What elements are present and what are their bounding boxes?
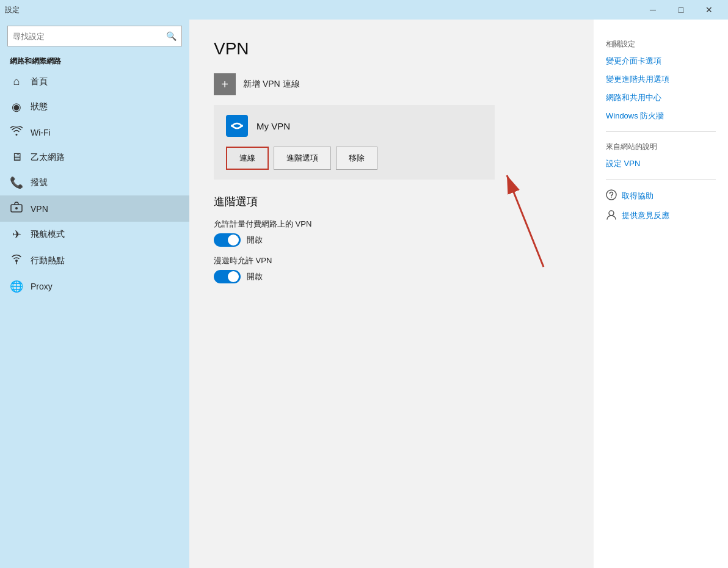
close-button[interactable]: ✕	[695, 0, 723, 20]
sidebar-label-ethernet: 乙太網路	[31, 152, 65, 163]
search-icon: 🔍	[166, 31, 177, 41]
toggle-roaming-status: 開啟	[247, 271, 263, 282]
vpn-card-buttons: 連線 進階選項 移除	[226, 147, 482, 170]
main-area: VPN + 新增 VPN 連線 My V	[189, 20, 728, 568]
svg-point-9	[609, 211, 614, 216]
sidebar-item-vpn[interactable]: VPN	[0, 195, 189, 222]
related-settings-title: 相關設定	[606, 39, 716, 49]
search-box[interactable]: 🔍	[7, 26, 182, 46]
vpn-name: My VPN	[257, 121, 290, 131]
add-vpn-row[interactable]: + 新增 VPN 連線	[214, 73, 569, 95]
sidebar-label-vpn: VPN	[31, 204, 48, 214]
sidebar-item-hotspot[interactable]: 行動熱點	[0, 247, 189, 274]
dialup-icon: 📞	[10, 176, 23, 189]
svg-point-4	[241, 125, 243, 127]
get-help-link[interactable]: 取得協助	[622, 191, 653, 202]
right-divider-2	[606, 179, 716, 180]
minimize-button[interactable]: ─	[639, 0, 667, 20]
advanced-title: 進階選項	[214, 194, 495, 209]
titlebar: 設定 ─ □ ✕	[0, 0, 728, 20]
home-icon: ⌂	[10, 75, 23, 88]
ethernet-icon: 🖥	[10, 151, 23, 164]
sidebar-item-ethernet[interactable]: 🖥 乙太網路	[0, 145, 189, 170]
link-firewall[interactable]: Windows 防火牆	[606, 111, 716, 122]
link-advanced-sharing[interactable]: 變更進階共用選項	[606, 74, 716, 85]
sidebar-item-dialup[interactable]: 📞 撥號	[0, 170, 189, 195]
sidebar-label-home: 首頁	[31, 76, 48, 87]
vpn-icon	[10, 202, 23, 216]
link-adapter-options[interactable]: 變更介面卡選項	[606, 56, 716, 67]
feedback-icon	[606, 209, 617, 222]
app-body: 🔍 網路和網際網路 ⌂ 首頁 ◉ 狀態 Wi-Fi 🖥 乙太網路	[0, 20, 728, 568]
search-input[interactable]	[13, 32, 166, 41]
airplane-icon: ✈	[10, 228, 23, 241]
link-network-center[interactable]: 網路和共用中心	[606, 92, 716, 103]
hotspot-icon	[10, 253, 23, 268]
feedback-link[interactable]: 提供意見反應	[622, 210, 669, 221]
toggle-row-metered: 允許計量付費網路上的 VPN 開啟	[214, 219, 495, 247]
toggle-roaming-wrap: 開啟	[214, 270, 495, 283]
help-title: 來自網站的說明	[606, 142, 716, 152]
add-vpn-label: 新增 VPN 連線	[243, 79, 300, 90]
wifi-icon	[10, 126, 23, 139]
sidebar-item-home[interactable]: ⌂ 首頁	[0, 69, 189, 94]
sidebar-label-wifi: Wi-Fi	[31, 128, 51, 137]
svg-point-3	[231, 125, 233, 127]
sidebar-item-wifi[interactable]: Wi-Fi	[0, 120, 189, 145]
content-area: VPN + 新增 VPN 連線 My V	[189, 20, 594, 568]
help-icon	[606, 189, 617, 203]
section-header: 網路和網際網路	[0, 51, 189, 69]
maximize-button[interactable]: □	[667, 0, 695, 20]
sidebar-item-airplane[interactable]: ✈ 飛航模式	[0, 222, 189, 247]
toggle-roaming-label: 漫遊時允許 VPN	[214, 255, 495, 266]
sidebar-label-airplane: 飛航模式	[31, 229, 65, 240]
advanced-button[interactable]: 進階選項	[274, 147, 331, 170]
svg-point-8	[611, 197, 611, 198]
right-divider	[606, 131, 716, 132]
toggle-metered-label: 允許計量付費網路上的 VPN	[214, 219, 495, 230]
sidebar-label-proxy: Proxy	[31, 282, 53, 291]
sidebar-label-dialup: 撥號	[31, 177, 48, 188]
vpn-logo	[226, 115, 248, 137]
page-title: VPN	[214, 39, 569, 59]
right-panel: 相關設定 變更介面卡選項 變更進階共用選項 網路和共用中心 Windows 防火…	[594, 20, 728, 568]
connect-button[interactable]: 連線	[226, 147, 269, 170]
link-setup-vpn[interactable]: 設定 VPN	[606, 158, 716, 169]
sidebar-label-status: 狀態	[31, 101, 48, 112]
toggle-metered[interactable]	[214, 233, 241, 247]
vpn-card-header: My VPN	[226, 115, 482, 137]
toggle-roaming[interactable]	[214, 270, 241, 283]
titlebar-title: 設定	[5, 5, 20, 15]
vpn-card: My VPN 連線 進階選項 移除	[214, 105, 495, 180]
titlebar-controls: ─ □ ✕	[639, 0, 723, 20]
sidebar-item-proxy[interactable]: 🌐 Proxy	[0, 274, 189, 299]
proxy-icon: 🌐	[10, 280, 23, 293]
toggle-row-roaming: 漫遊時允許 VPN 開啟	[214, 255, 495, 283]
sidebar: 🔍 網路和網際網路 ⌂ 首頁 ◉ 狀態 Wi-Fi 🖥 乙太網路	[0, 20, 189, 568]
toggle-metered-wrap: 開啟	[214, 233, 495, 247]
get-help-row[interactable]: 取得協助	[606, 189, 716, 203]
sidebar-item-status[interactable]: ◉ 狀態	[0, 94, 189, 120]
advanced-section: 進階選項 允許計量付費網路上的 VPN 開啟 漫遊時允許 VPN 開啟	[214, 194, 495, 283]
svg-line-6	[507, 175, 544, 267]
status-icon: ◉	[10, 100, 23, 114]
toggle-metered-status: 開啟	[247, 235, 263, 246]
svg-point-1	[15, 207, 18, 209]
sidebar-label-hotspot: 行動熱點	[31, 255, 65, 266]
remove-button[interactable]: 移除	[336, 147, 377, 170]
feedback-row[interactable]: 提供意見反應	[606, 209, 716, 222]
add-vpn-button[interactable]: +	[214, 73, 236, 95]
